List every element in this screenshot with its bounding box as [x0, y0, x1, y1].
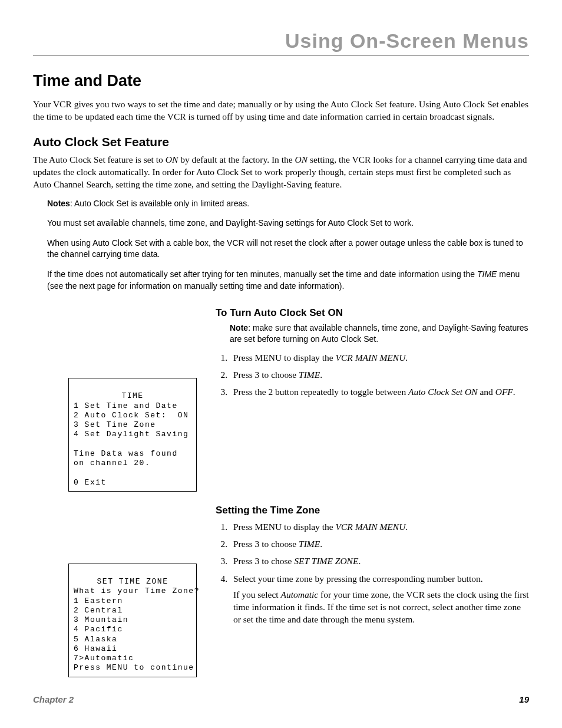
notes-line: When using Auto Clock Set with a cable b…: [47, 238, 524, 261]
turn-on-heading: To Turn Auto Clock Set ON: [216, 307, 529, 319]
list-item: Press 3 to choose TIME.: [230, 368, 529, 381]
auto-clock-body: The Auto Clock Set feature is set to ON …: [33, 154, 529, 191]
auto-clock-heading: Auto Clock Set Feature: [33, 135, 529, 149]
notes-block: Notes: Auto Clock Set is available only …: [47, 198, 524, 292]
timezone-heading: Setting the Time Zone: [216, 505, 529, 516]
list-item: Press MENU to display the VCR MAIN MENU.: [230, 351, 529, 364]
notes-line: If the time does not automatically set a…: [47, 269, 524, 292]
timezone-steps: Press MENU to display the VCR MAIN MENU.…: [216, 520, 529, 626]
osd-time-menu: TIME1 Set Time and Date 2 Auto Clock Set…: [68, 378, 197, 492]
turn-on-steps: Press MENU to display the VCR MAIN MENU.…: [216, 351, 529, 399]
running-header: Using On-Screen Menus: [33, 29, 529, 52]
notes-line: You must set available channels, time zo…: [47, 218, 524, 229]
intro-paragraph: Your VCR gives you two ways to set the t…: [33, 98, 529, 123]
osd-timezone-menu: SET TIME ZONEWhat is your Time Zone? 1 E…: [68, 564, 197, 677]
list-item: Press MENU to display the VCR MAIN MENU.: [230, 520, 529, 533]
notes-label: Notes: [47, 199, 70, 208]
chapter-label: Chapter 2: [33, 694, 74, 704]
list-item: Press 3 to chose SET TIME ZONE.: [230, 554, 529, 568]
page-footer: Chapter 2 19: [33, 694, 529, 704]
page-title: Time and Date: [33, 72, 529, 90]
header-rule: [33, 55, 529, 55]
list-item: Select your time zone by pressing the co…: [230, 572, 529, 626]
list-item: Press the 2 button repeatedly to toggle …: [230, 385, 529, 398]
list-item: Press 3 to choose TIME.: [230, 537, 529, 551]
page-number: 19: [519, 694, 529, 704]
turn-on-note: Note: make sure that available channels,…: [230, 322, 529, 345]
